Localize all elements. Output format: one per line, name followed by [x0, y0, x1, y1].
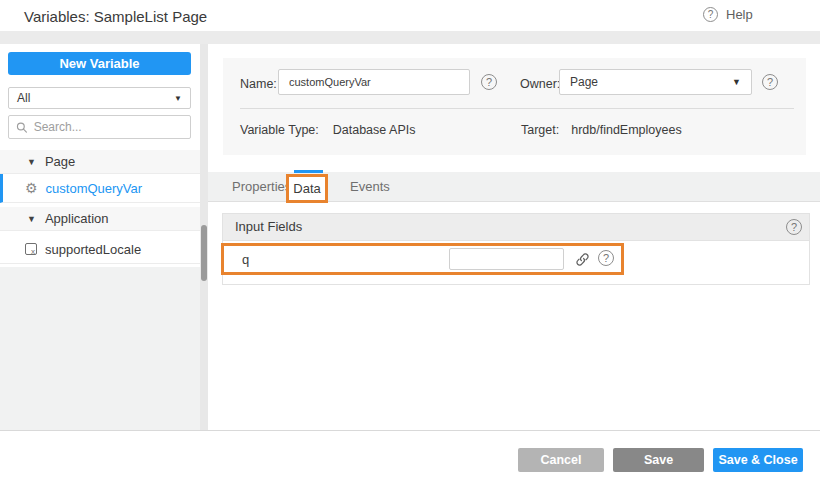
- tab-data[interactable]: Data: [293, 181, 320, 196]
- search-icon: [16, 121, 28, 134]
- variable-type-value: Database APIs: [333, 123, 416, 137]
- owner-value: Page: [570, 75, 598, 89]
- input-field-help-icon[interactable]: ?: [598, 250, 614, 266]
- search-input[interactable]: [34, 120, 183, 134]
- chevron-down-icon: ▼: [732, 77, 741, 87]
- owner-help-icon[interactable]: ?: [762, 74, 778, 90]
- variable-search-box: [8, 115, 191, 139]
- scrollbar-thumb[interactable]: [201, 225, 207, 281]
- tab-events[interactable]: Events: [350, 172, 390, 202]
- help-label: Help: [726, 7, 753, 22]
- annotation-box-input-row: q ?: [221, 243, 624, 275]
- tree-item-label: customQueryVar: [46, 181, 143, 196]
- tab-properties[interactable]: Properties: [232, 172, 291, 202]
- active-tab-indicator: [294, 170, 323, 173]
- target-value: hrdb/findEmployees: [571, 123, 681, 137]
- bind-link-icon[interactable]: [574, 251, 590, 267]
- input-fields-help-icon[interactable]: ?: [786, 219, 802, 235]
- save-button[interactable]: Save: [613, 448, 704, 472]
- collapse-caret-icon[interactable]: ▼: [27, 157, 36, 167]
- service-variable-icon: ⚙: [25, 181, 38, 195]
- collapse-caret-icon[interactable]: ▼: [27, 214, 36, 224]
- sidebar-filler: [0, 267, 200, 430]
- variables-tree: ▼ Page ⚙ customQueryVar ▼ Application x …: [0, 150, 200, 264]
- tree-item-label: supportedLocale: [45, 242, 141, 257]
- footer-bar: Cancel Save Save & Close: [0, 430, 820, 489]
- save-and-close-button[interactable]: Save & Close: [713, 448, 803, 472]
- tree-item-supportedlocale[interactable]: x supportedLocale: [0, 235, 200, 264]
- tree-group-label: Page: [45, 154, 75, 169]
- detail-tabbar: Properties Data Events: [208, 172, 820, 202]
- help-icon: ?: [703, 7, 718, 22]
- annotation-box-data-tab: Data: [286, 174, 328, 203]
- sidebar-scrollbar[interactable]: [200, 44, 208, 430]
- variable-detail-panel: Name:* ? Owner:* Page ▼ ? Variable Type:…: [208, 44, 820, 430]
- chevron-down-icon: ▼: [174, 94, 182, 103]
- input-field-q-label: q: [242, 252, 249, 267]
- input-fields-section: Input Fields ? q ?: [222, 213, 810, 285]
- new-variable-button[interactable]: New Variable: [8, 52, 191, 75]
- variables-sidebar: New Variable All ▼ ▼ Page ⚙ customQueryV…: [0, 44, 200, 430]
- input-fields-header: Input Fields ?: [223, 214, 809, 241]
- variable-summary-panel: Name:* ? Owner:* Page ▼ ? Variable Type:…: [223, 58, 806, 155]
- input-field-q-value[interactable]: [449, 248, 564, 270]
- tree-group-page[interactable]: ▼ Page: [0, 150, 200, 174]
- help-link[interactable]: ? Help: [703, 7, 753, 22]
- variable-meta-row: Variable Type: Database APIs Target: hrd…: [240, 123, 800, 137]
- variable-type-label: Variable Type:: [240, 123, 319, 137]
- tree-group-label: Application: [45, 211, 109, 226]
- header-divider-band: [0, 31, 820, 44]
- name-input[interactable]: [278, 69, 470, 95]
- name-help-icon[interactable]: ?: [481, 74, 497, 90]
- page-title: Variables: SampleList Page: [24, 8, 207, 25]
- cancel-button[interactable]: Cancel: [518, 448, 604, 472]
- tree-item-customqueryvar[interactable]: ⚙ customQueryVar: [0, 174, 200, 203]
- static-variable-icon: x: [25, 243, 37, 255]
- tree-group-application[interactable]: ▼ Application: [0, 207, 200, 231]
- page-header: Variables: SampleList Page ? Help: [0, 0, 820, 31]
- panel-divider: [240, 108, 794, 109]
- target-label: Target:: [521, 123, 559, 137]
- input-fields-title: Input Fields: [235, 219, 302, 234]
- variable-filter-value: All: [17, 91, 30, 105]
- owner-dropdown[interactable]: Page ▼: [559, 69, 752, 95]
- variable-filter-dropdown[interactable]: All ▼: [8, 87, 191, 109]
